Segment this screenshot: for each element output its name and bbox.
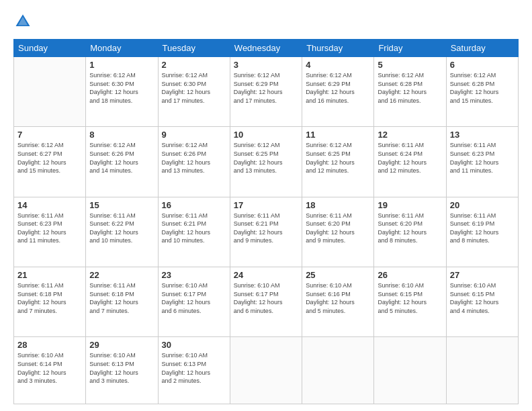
calendar-cell: 25Sunrise: 6:10 AMSunset: 6:16 PMDayligh… <box>302 267 374 337</box>
day-number: 30 <box>162 340 226 350</box>
day-info: Sunrise: 6:11 AMSunset: 6:19 PMDaylight:… <box>450 212 515 245</box>
day-info: Sunrise: 6:12 AMSunset: 6:25 PMDaylight:… <box>306 141 370 175</box>
calendar-header-sunday: Sunday <box>14 40 86 57</box>
day-info: Sunrise: 6:10 AMSunset: 6:17 PMDaylight:… <box>162 281 226 315</box>
day-info: Sunrise: 6:11 AMSunset: 6:24 PMDaylight:… <box>378 141 442 175</box>
day-number: 18 <box>306 200 370 210</box>
logo <box>13 12 35 31</box>
calendar-cell: 16Sunrise: 6:11 AMSunset: 6:21 PMDayligh… <box>158 197 230 267</box>
day-info: Sunrise: 6:10 AMSunset: 6:13 PMDaylight:… <box>89 351 154 385</box>
day-number: 19 <box>378 200 442 210</box>
day-number: 14 <box>17 200 82 210</box>
calendar-cell: 8Sunrise: 6:12 AMSunset: 6:26 PMDaylight… <box>86 127 158 197</box>
day-info: Sunrise: 6:11 AMSunset: 6:21 PMDaylight:… <box>234 212 298 245</box>
calendar-cell: 15Sunrise: 6:11 AMSunset: 6:22 PMDayligh… <box>86 197 158 267</box>
calendar-cell: 17Sunrise: 6:11 AMSunset: 6:21 PMDayligh… <box>230 197 302 267</box>
day-info: Sunrise: 6:10 AMSunset: 6:14 PMDaylight:… <box>17 351 82 385</box>
day-info: Sunrise: 6:10 AMSunset: 6:13 PMDaylight:… <box>162 351 226 385</box>
day-number: 17 <box>234 200 298 210</box>
calendar-cell: 30Sunrise: 6:10 AMSunset: 6:13 PMDayligh… <box>158 337 230 404</box>
calendar-week-row: 28Sunrise: 6:10 AMSunset: 6:14 PMDayligh… <box>14 337 519 404</box>
calendar-cell <box>446 337 518 404</box>
calendar-cell: 28Sunrise: 6:10 AMSunset: 6:14 PMDayligh… <box>14 337 86 404</box>
day-info: Sunrise: 6:10 AMSunset: 6:15 PMDaylight:… <box>450 281 515 315</box>
day-number: 9 <box>162 130 226 140</box>
day-info: Sunrise: 6:11 AMSunset: 6:23 PMDaylight:… <box>450 141 515 175</box>
calendar-cell: 29Sunrise: 6:10 AMSunset: 6:13 PMDayligh… <box>86 337 158 404</box>
day-number: 23 <box>162 270 226 280</box>
calendar-cell: 3Sunrise: 6:12 AMSunset: 6:29 PMDaylight… <box>230 57 302 127</box>
calendar-header-friday: Friday <box>374 40 446 57</box>
calendar-cell <box>374 337 446 404</box>
calendar-header-wednesday: Wednesday <box>230 40 302 57</box>
day-number: 24 <box>234 270 298 280</box>
day-number: 28 <box>17 340 82 350</box>
calendar-cell: 20Sunrise: 6:11 AMSunset: 6:19 PMDayligh… <box>446 197 518 267</box>
calendar-cell: 10Sunrise: 6:12 AMSunset: 6:25 PMDayligh… <box>230 127 302 197</box>
calendar-cell: 7Sunrise: 6:12 AMSunset: 6:27 PMDaylight… <box>14 127 86 197</box>
day-number: 12 <box>378 130 442 140</box>
day-info: Sunrise: 6:11 AMSunset: 6:21 PMDaylight:… <box>162 212 226 245</box>
day-info: Sunrise: 6:12 AMSunset: 6:30 PMDaylight:… <box>162 71 226 105</box>
day-info: Sunrise: 6:12 AMSunset: 6:28 PMDaylight:… <box>450 71 515 105</box>
day-info: Sunrise: 6:12 AMSunset: 6:29 PMDaylight:… <box>234 71 298 105</box>
day-info: Sunrise: 6:10 AMSunset: 6:16 PMDaylight:… <box>306 281 370 315</box>
calendar-cell <box>302 337 374 404</box>
calendar-header-tuesday: Tuesday <box>158 40 230 57</box>
calendar-header-saturday: Saturday <box>446 40 518 57</box>
calendar-cell: 19Sunrise: 6:11 AMSunset: 6:20 PMDayligh… <box>374 197 446 267</box>
calendar-cell: 11Sunrise: 6:12 AMSunset: 6:25 PMDayligh… <box>302 127 374 197</box>
day-info: Sunrise: 6:10 AMSunset: 6:17 PMDaylight:… <box>234 281 298 315</box>
day-number: 22 <box>89 270 154 280</box>
day-number: 16 <box>162 200 226 210</box>
day-number: 21 <box>17 270 82 280</box>
day-number: 1 <box>89 60 154 70</box>
calendar-cell: 13Sunrise: 6:11 AMSunset: 6:23 PMDayligh… <box>446 127 518 197</box>
day-info: Sunrise: 6:11 AMSunset: 6:23 PMDaylight:… <box>17 212 82 245</box>
day-info: Sunrise: 6:10 AMSunset: 6:15 PMDaylight:… <box>378 281 442 315</box>
day-info: Sunrise: 6:12 AMSunset: 6:25 PMDaylight:… <box>234 141 298 175</box>
header <box>13 12 519 31</box>
day-number: 5 <box>378 60 442 70</box>
day-number: 2 <box>162 60 226 70</box>
day-number: 6 <box>450 60 515 70</box>
calendar-header-thursday: Thursday <box>302 40 374 57</box>
day-info: Sunrise: 6:12 AMSunset: 6:29 PMDaylight:… <box>306 71 370 105</box>
calendar-cell: 27Sunrise: 6:10 AMSunset: 6:15 PMDayligh… <box>446 267 518 337</box>
page: SundayMondayTuesdayWednesdayThursdayFrid… <box>0 0 532 411</box>
day-info: Sunrise: 6:12 AMSunset: 6:27 PMDaylight:… <box>17 141 82 175</box>
day-number: 25 <box>306 270 370 280</box>
day-info: Sunrise: 6:11 AMSunset: 6:18 PMDaylight:… <box>17 281 82 315</box>
calendar-cell: 4Sunrise: 6:12 AMSunset: 6:29 PMDaylight… <box>302 57 374 127</box>
calendar-cell: 2Sunrise: 6:12 AMSunset: 6:30 PMDaylight… <box>158 57 230 127</box>
calendar-cell <box>230 337 302 404</box>
calendar-week-row: 1Sunrise: 6:12 AMSunset: 6:30 PMDaylight… <box>14 57 519 127</box>
calendar-cell: 9Sunrise: 6:12 AMSunset: 6:26 PMDaylight… <box>158 127 230 197</box>
calendar-cell: 1Sunrise: 6:12 AMSunset: 6:30 PMDaylight… <box>86 57 158 127</box>
calendar-cell: 12Sunrise: 6:11 AMSunset: 6:24 PMDayligh… <box>374 127 446 197</box>
day-info: Sunrise: 6:12 AMSunset: 6:26 PMDaylight:… <box>162 141 226 175</box>
calendar-week-row: 21Sunrise: 6:11 AMSunset: 6:18 PMDayligh… <box>14 267 519 337</box>
day-info: Sunrise: 6:11 AMSunset: 6:20 PMDaylight:… <box>378 212 442 245</box>
calendar-week-row: 7Sunrise: 6:12 AMSunset: 6:27 PMDaylight… <box>14 127 519 197</box>
day-number: 29 <box>89 340 154 350</box>
day-number: 7 <box>17 130 82 140</box>
day-info: Sunrise: 6:11 AMSunset: 6:18 PMDaylight:… <box>89 281 154 315</box>
day-number: 8 <box>89 130 154 140</box>
calendar-header-row: SundayMondayTuesdayWednesdayThursdayFrid… <box>14 40 519 57</box>
day-number: 26 <box>378 270 442 280</box>
calendar-week-row: 14Sunrise: 6:11 AMSunset: 6:23 PMDayligh… <box>14 197 519 267</box>
calendar-cell: 18Sunrise: 6:11 AMSunset: 6:20 PMDayligh… <box>302 197 374 267</box>
day-number: 20 <box>450 200 515 210</box>
calendar-cell <box>14 57 86 127</box>
calendar-table: SundayMondayTuesdayWednesdayThursdayFrid… <box>13 39 519 404</box>
calendar-cell: 26Sunrise: 6:10 AMSunset: 6:15 PMDayligh… <box>374 267 446 337</box>
day-info: Sunrise: 6:12 AMSunset: 6:26 PMDaylight:… <box>89 141 154 175</box>
calendar-header-monday: Monday <box>86 40 158 57</box>
day-info: Sunrise: 6:11 AMSunset: 6:20 PMDaylight:… <box>306 212 370 245</box>
logo-icon <box>13 12 32 31</box>
day-number: 4 <box>306 60 370 70</box>
day-info: Sunrise: 6:12 AMSunset: 6:28 PMDaylight:… <box>378 71 442 105</box>
calendar-cell: 22Sunrise: 6:11 AMSunset: 6:18 PMDayligh… <box>86 267 158 337</box>
calendar-cell: 5Sunrise: 6:12 AMSunset: 6:28 PMDaylight… <box>374 57 446 127</box>
